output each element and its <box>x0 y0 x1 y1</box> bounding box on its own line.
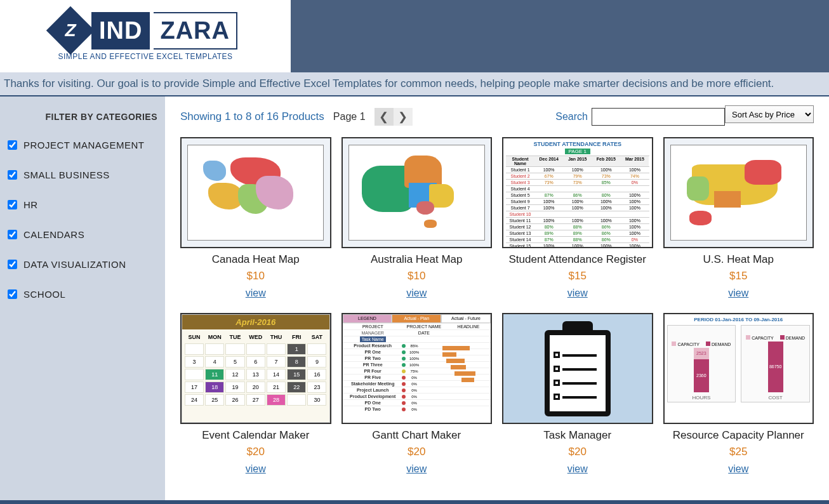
logo-block: IND ZARA SIMPLE AND EFFECTIVE EXCEL TEMP… <box>0 0 291 72</box>
thumbnail[interactable] <box>663 137 814 248</box>
checkbox-school[interactable] <box>8 289 17 299</box>
product-card-event-calendar: April-2016 SUNMONTUEWEDTHUFRISAT 1 34567… <box>180 313 331 475</box>
thumbnail[interactable] <box>342 137 493 248</box>
product-card-student-attendance: STUDENT ATTENDANCE RATES PAGE 1 Student … <box>502 137 653 299</box>
category-hr[interactable]: HR <box>8 199 157 210</box>
product-grid: Canada Heat Map $10 view Australia Heat … <box>180 137 814 475</box>
search-label: Search <box>555 111 588 123</box>
category-label: PROJECT MANAGEMENT <box>23 140 144 150</box>
product-price: $15 <box>663 270 814 282</box>
pager: ❮ ❯ <box>375 108 413 126</box>
product-title: Canada Heat Map <box>180 253 331 266</box>
view-link[interactable]: view <box>567 288 588 299</box>
thumbnail[interactable] <box>502 313 653 424</box>
logo-subtitle: SIMPLE AND EFFECTIVE EXCEL TEMPLATES <box>58 52 232 61</box>
filter-title: FILTER BY CATEGORIES <box>8 112 157 122</box>
search-wrap: Search <box>555 108 725 126</box>
product-price: $25 <box>663 446 814 458</box>
view-link[interactable]: view <box>567 463 588 475</box>
view-link[interactable]: view <box>728 288 748 299</box>
tagline: Thanks for visiting. Our goal is to prov… <box>0 72 829 96</box>
product-title: U.S. Heat Map <box>663 253 814 266</box>
pager-prev-button[interactable]: ❮ <box>375 108 394 126</box>
checkbox-calendars[interactable] <box>8 230 17 239</box>
product-card-resource-capacity: PERIOD 01-Jan-2016 TO 09-Jan-2016 CAPACI… <box>663 313 814 475</box>
logo-text-left: IND <box>91 12 150 50</box>
thumbnail[interactable]: STUDENT ATTENDANCE RATES PAGE 1 Student … <box>502 137 653 248</box>
category-calendars[interactable]: CALENDARS <box>8 229 157 240</box>
sidebar: FILTER BY CATEGORIES PROJECT MANAGEMENT … <box>0 96 165 500</box>
view-link[interactable]: view <box>406 463 427 475</box>
toolbar: Showing 1 to 8 of 16 Products Page 1 ❮ ❯… <box>180 108 814 126</box>
view-link[interactable]: view <box>246 463 266 475</box>
attendance-title: STUDENT ATTENDANCE RATES <box>506 141 649 147</box>
checkbox-small-business[interactable] <box>8 170 17 180</box>
product-card-australia-heat-map: Australia Heat Map $10 view <box>342 137 493 299</box>
checkbox-data-visualization[interactable] <box>8 260 17 269</box>
product-title: Student Attendance Register <box>502 253 653 266</box>
product-price: $10 <box>180 270 331 282</box>
category-label: DATA VISUALIZATION <box>23 259 126 270</box>
category-label: HR <box>23 199 38 210</box>
attendance-page: PAGE 1 <box>565 149 590 154</box>
product-card-canada-heat-map: Canada Heat Map $10 view <box>180 137 331 299</box>
checkbox-hr[interactable] <box>8 200 17 209</box>
pager-next-button[interactable]: ❯ <box>394 108 413 126</box>
thumbnail[interactable] <box>180 137 331 248</box>
search-input[interactable] <box>592 108 725 126</box>
category-label: SCHOOL <box>23 289 65 300</box>
product-card-task-manager: Task Manager $20 view <box>502 313 653 475</box>
product-price: $20 <box>342 446 493 458</box>
attendance-table: STUDENT ATTENDANCE RATES PAGE 1 Student … <box>503 138 652 247</box>
logo-text-right: ZARA <box>154 12 237 50</box>
product-price: $15 <box>502 270 653 282</box>
category-label: SMALL BUSINESS <box>23 169 110 180</box>
view-link[interactable]: view <box>246 288 266 299</box>
thumbnail[interactable]: LEGEND Actual - Plan Actual - Future PRO… <box>342 313 493 424</box>
checkbox-project-management[interactable] <box>8 140 17 150</box>
logo-icon <box>53 13 88 48</box>
content: Showing 1 to 8 of 16 Products Page 1 ❮ ❯… <box>165 96 829 500</box>
product-card-gantt-chart: LEGEND Actual - Plan Actual - Future PRO… <box>342 313 493 475</box>
top-banner: IND ZARA SIMPLE AND EFFECTIVE EXCEL TEMP… <box>0 0 829 72</box>
product-title: Task Manager <box>502 429 653 442</box>
main-area: FILTER BY CATEGORIES PROJECT MANAGEMENT … <box>0 96 829 500</box>
category-data-visualization[interactable]: DATA VISUALIZATION <box>8 259 157 270</box>
clipboard-icon <box>540 321 616 416</box>
category-label: CALENDARS <box>23 229 84 240</box>
product-price: $20 <box>502 446 653 458</box>
category-school[interactable]: SCHOOL <box>8 289 157 300</box>
view-link[interactable]: view <box>406 288 427 299</box>
logo[interactable]: IND ZARA <box>53 12 237 50</box>
product-title: Australia Heat Map <box>342 253 493 266</box>
banner-fill <box>291 0 829 72</box>
rcp-period: PERIOD 01-Jan-2016 TO 09-Jan-2016 <box>667 317 811 322</box>
category-project-management[interactable]: PROJECT MANAGEMENT <box>8 140 157 150</box>
showing-count: Showing 1 to 8 of 16 Products <box>180 110 324 123</box>
product-price: $20 <box>180 446 331 458</box>
sort-select[interactable]: Sort Asc by Price <box>725 105 814 123</box>
thumbnail[interactable]: April-2016 SUNMONTUEWEDTHUFRISAT 1 34567… <box>180 313 331 424</box>
calendar-title: April-2016 <box>182 315 329 329</box>
view-link[interactable]: view <box>728 463 748 475</box>
product-title: Gantt Chart Maker <box>342 429 493 442</box>
product-card-us-heat-map: U.S. Heat Map $15 view <box>663 137 814 299</box>
category-small-business[interactable]: SMALL BUSINESS <box>8 169 157 180</box>
page-label: Page 1 <box>333 111 366 123</box>
product-title: Event Calendar Maker <box>180 429 331 442</box>
thumbnail[interactable]: PERIOD 01-Jan-2016 TO 09-Jan-2016 CAPACI… <box>663 313 814 424</box>
product-price: $10 <box>342 270 493 282</box>
product-title: Resource Capacity Planner <box>663 429 814 442</box>
